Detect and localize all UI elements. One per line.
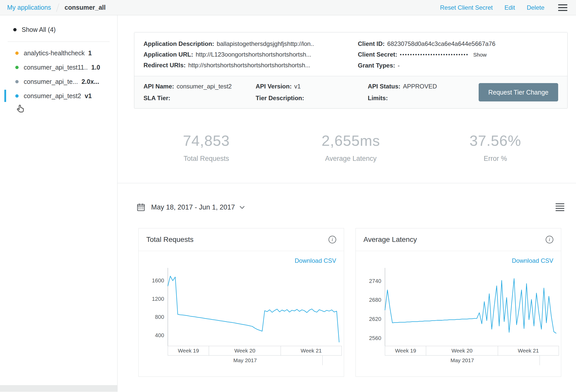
status-dot-icon bbox=[15, 51, 19, 55]
selected-indicator bbox=[4, 90, 6, 102]
client-id-label: Client ID: bbox=[358, 40, 385, 48]
x-axis-week-label: Week 19 bbox=[385, 346, 426, 356]
average-latency-line-chart: 2560262026802740 bbox=[362, 267, 559, 346]
x-axis-month-label: May 2017 bbox=[168, 356, 323, 365]
stat-label: Error % bbox=[423, 155, 568, 163]
grant-types-value: - bbox=[398, 62, 400, 69]
app-version: v1 bbox=[85, 92, 92, 100]
application-description-label: Application Description: bbox=[143, 40, 214, 48]
chevron-down-icon bbox=[240, 206, 245, 209]
app-name: consumer_api_te... bbox=[24, 78, 78, 85]
api-name-label: API Name: bbox=[143, 82, 174, 90]
sidebar-footer-strip bbox=[0, 385, 117, 392]
status-dot-icon bbox=[15, 80, 19, 83]
date-range-selector[interactable]: May 18, 2017 - Jun 1, 2017 bbox=[136, 203, 245, 212]
x-axis-week-label: Week 21 bbox=[498, 346, 559, 356]
tier-description-label: Tier Description: bbox=[256, 94, 304, 102]
svg-text:2680: 2680 bbox=[369, 297, 381, 303]
redirect-uris-value: http://shortshortshortshortshortshortsho… bbox=[188, 61, 310, 69]
status-dot-icon bbox=[15, 66, 19, 69]
x-axis-week-label: Week 19 bbox=[168, 346, 209, 356]
grant-types-label: Grant Types: bbox=[358, 62, 395, 69]
sidebar-item-analytics-healthcheck[interactable]: analytics-healthcheck 1 bbox=[0, 46, 117, 60]
svg-text:800: 800 bbox=[155, 314, 164, 320]
x-axis-week-label: Week 20 bbox=[209, 346, 281, 356]
average-latency-chart-card: Average Latency i Download CSV 256026202… bbox=[356, 228, 561, 377]
stat-error-percent: 37.56% Error % bbox=[423, 132, 568, 163]
app-version: 2.0x... bbox=[82, 78, 99, 85]
date-range-value: May 18, 2017 - Jun 1, 2017 bbox=[151, 203, 235, 211]
x-axis: Week 19 Week 20 Week 21 May 2017 bbox=[385, 346, 559, 365]
chart-title: Total Requests bbox=[146, 236, 193, 244]
svg-text:2620: 2620 bbox=[369, 316, 381, 322]
application-details-section: Application Description: ballapistogethe… bbox=[134, 32, 567, 76]
edit-link[interactable]: Edit bbox=[504, 4, 515, 11]
breadcrumb-separator bbox=[56, 3, 59, 12]
application-url-label: Application URL: bbox=[143, 51, 193, 58]
reset-client-secret-link[interactable]: Reset Client Secret bbox=[440, 4, 493, 11]
app-version: 1 bbox=[88, 49, 92, 57]
sidebar-divider bbox=[8, 42, 110, 42]
svg-text:1600: 1600 bbox=[152, 277, 164, 284]
total-requests-chart-card: Total Requests i Download CSV 4008001200… bbox=[138, 228, 344, 377]
app-name: consumer_api_test2 bbox=[24, 92, 81, 100]
chart-title: Average Latency bbox=[363, 236, 417, 244]
sidebar-item-consumer-api-te[interactable]: consumer_api_te... 2.0x... bbox=[0, 74, 117, 89]
delete-link[interactable]: Delete bbox=[527, 4, 544, 11]
client-secret-masked-value: ••••••••••••••••••••••••••• bbox=[400, 51, 469, 58]
redirect-uris-label: Redirect URIs: bbox=[143, 61, 186, 69]
top-bar: My applications consumer_all Reset Clien… bbox=[0, 0, 576, 15]
menu-icon[interactable] bbox=[558, 4, 567, 11]
api-status-value: APPROVED bbox=[403, 82, 437, 90]
stat-value: 74,853 bbox=[134, 132, 279, 149]
stat-average-latency: 2,655ms Average Latency bbox=[279, 132, 423, 163]
limits-label: Limits: bbox=[368, 94, 388, 102]
api-name-value: consumer_api_test2 bbox=[177, 82, 232, 90]
download-csv-link[interactable]: Download CSV bbox=[295, 257, 336, 264]
client-secret-label: Client Secret: bbox=[358, 51, 397, 58]
svg-text:2560: 2560 bbox=[369, 335, 381, 341]
svg-text:2740: 2740 bbox=[369, 278, 381, 284]
app-name: consumer_api_test11.. bbox=[24, 64, 88, 71]
info-icon[interactable]: i bbox=[546, 236, 553, 243]
show-all-label: Show All (4) bbox=[22, 26, 56, 33]
application-url-value: http://L123oongortshortshortshortshortsh… bbox=[196, 51, 311, 58]
sidebar-show-all[interactable]: Show All (4) bbox=[0, 23, 117, 36]
app-details-panel: Application Description: ballapistogethe… bbox=[134, 32, 568, 109]
show-secret-button[interactable]: Show bbox=[473, 51, 487, 59]
sidebar-item-consumer-api-test2[interactable]: consumer_api_test2 v1 bbox=[0, 89, 117, 103]
x-axis: Week 19 Week 20 Week 21 May 2017 bbox=[168, 346, 342, 365]
page-title: consumer_all bbox=[64, 4, 106, 11]
bullet-icon bbox=[13, 28, 17, 31]
api-version-value: v1 bbox=[294, 82, 300, 90]
api-details-section: API Name: consumer_api_test2 SLA Tier: A… bbox=[134, 76, 567, 108]
client-id-value: 68230758d0a64c3ca6e4a644e5667a76 bbox=[387, 40, 495, 48]
section-divider bbox=[117, 183, 576, 183]
total-requests-line-chart: 40080012001600 bbox=[145, 267, 342, 346]
application-description-value: ballapistogethersdgsjghfjshttp://lon.. bbox=[217, 40, 314, 48]
svg-text:1200: 1200 bbox=[152, 296, 164, 302]
x-axis-month-label: May 2017 bbox=[385, 356, 540, 365]
breadcrumb-my-applications[interactable]: My applications bbox=[7, 4, 51, 11]
info-icon[interactable]: i bbox=[329, 236, 336, 243]
list-view-icon[interactable] bbox=[556, 203, 564, 211]
sla-tier-label: SLA Tier: bbox=[143, 94, 170, 102]
app-version: 1.0 bbox=[91, 64, 100, 71]
request-tier-change-button[interactable]: Request Tier Change bbox=[479, 83, 558, 101]
sidebar: Show All (4) analytics-healthcheck 1 con… bbox=[0, 15, 117, 392]
download-csv-link[interactable]: Download CSV bbox=[512, 257, 553, 264]
stat-label: Average Latency bbox=[279, 155, 423, 163]
stat-value: 37.56% bbox=[423, 132, 568, 149]
api-status-label: API Status: bbox=[368, 82, 400, 90]
calendar-icon bbox=[136, 203, 146, 212]
stat-value: 2,655ms bbox=[279, 132, 423, 149]
date-filter-row: May 18, 2017 - Jun 1, 2017 bbox=[136, 203, 564, 212]
summary-stats: 74,853 Total Requests 2,655ms Average La… bbox=[134, 109, 568, 183]
status-dot-icon bbox=[15, 94, 19, 98]
stat-total-requests: 74,853 Total Requests bbox=[134, 132, 279, 163]
main-content: Application Description: ballapistogethe… bbox=[117, 15, 576, 392]
svg-text:400: 400 bbox=[155, 332, 164, 338]
cursor-icon bbox=[15, 104, 26, 115]
sidebar-item-consumer-api-test11[interactable]: consumer_api_test11.. 1.0 bbox=[0, 60, 117, 74]
charts-row: Total Requests i Download CSV 4008001200… bbox=[138, 228, 561, 377]
